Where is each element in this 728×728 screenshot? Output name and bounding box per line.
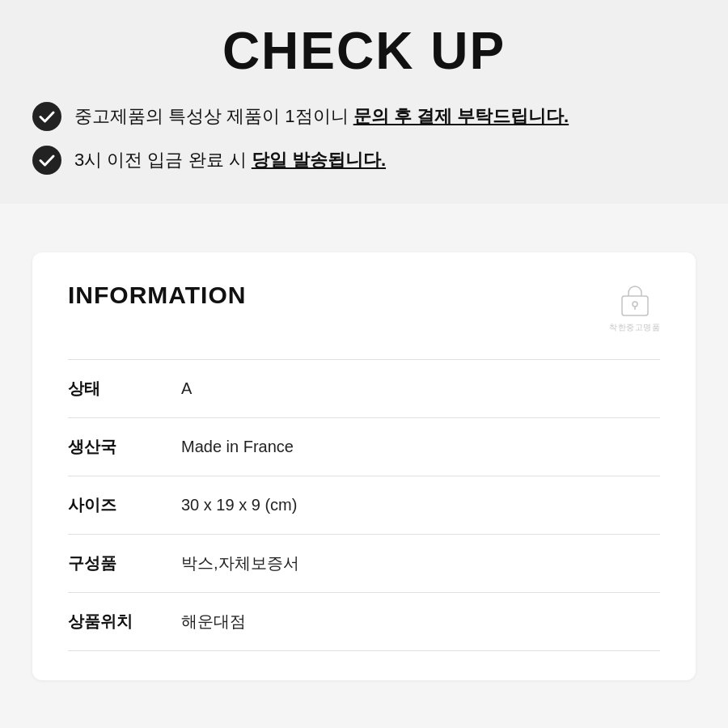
label-size: 사이즈	[68, 476, 181, 535]
svg-rect-2	[622, 296, 648, 315]
checklist-bold-1: 문의 후 결제 부탁드립니다.	[353, 106, 569, 126]
brand-logo-icon	[616, 281, 654, 320]
checklist-text-2: 3시 이전 입금 완료 시 당일 발송됩니다.	[74, 148, 386, 173]
table-row: 생산국 Made in France	[68, 418, 660, 476]
svg-point-0	[32, 102, 61, 131]
info-table: 상태 A 생산국 Made in France 사이즈 30 x 19 x 9 …	[68, 359, 660, 651]
label-location: 상품위치	[68, 593, 181, 651]
spacer	[0, 204, 728, 252]
checklist-text-1: 중고제품의 특성상 제품이 1점이니 문의 후 결제 부탁드립니다.	[74, 104, 569, 129]
table-row: 사이즈 30 x 19 x 9 (cm)	[68, 476, 660, 535]
info-header: INFORMATION 착한중고명품	[68, 281, 660, 333]
checklist-bold-2: 당일 발송됩니다.	[252, 150, 386, 170]
table-row: 구성품 박스,자체보증서	[68, 535, 660, 593]
header-section: CHECK UP 중고제품의 특성상 제품이 1점이니 문의 후 결제 부탁드립…	[0, 0, 728, 204]
checkmark-icon-1	[32, 102, 61, 131]
label-components: 구성품	[68, 535, 181, 593]
value-components: 박스,자체보증서	[181, 535, 660, 593]
table-row: 상태 A	[68, 360, 660, 418]
value-origin: Made in France	[181, 418, 660, 476]
checklist-item-2: 3시 이전 입금 완료 시 당일 발송됩니다.	[32, 146, 696, 175]
svg-point-1	[32, 146, 61, 175]
checkmark-icon-2	[32, 146, 61, 175]
info-card: INFORMATION 착한중고명품 상태 A 생산국 Made in Fran…	[32, 252, 696, 680]
label-origin: 생산국	[68, 418, 181, 476]
checklist: 중고제품의 특성상 제품이 1점이니 문의 후 결제 부탁드립니다. 3시 이전…	[32, 102, 696, 175]
brand-logo-text: 착한중고명품	[609, 322, 660, 333]
info-section-title: INFORMATION	[68, 281, 246, 309]
brand-logo: 착한중고명품	[609, 281, 660, 333]
table-row: 상품위치 해운대점	[68, 593, 660, 651]
label-status: 상태	[68, 360, 181, 418]
value-status: A	[181, 360, 660, 418]
page-title: CHECK UP	[32, 23, 696, 79]
value-location: 해운대점	[181, 593, 660, 651]
checklist-item-1: 중고제품의 특성상 제품이 1점이니 문의 후 결제 부탁드립니다.	[32, 102, 696, 131]
svg-point-3	[633, 302, 637, 307]
value-size: 30 x 19 x 9 (cm)	[181, 476, 660, 535]
